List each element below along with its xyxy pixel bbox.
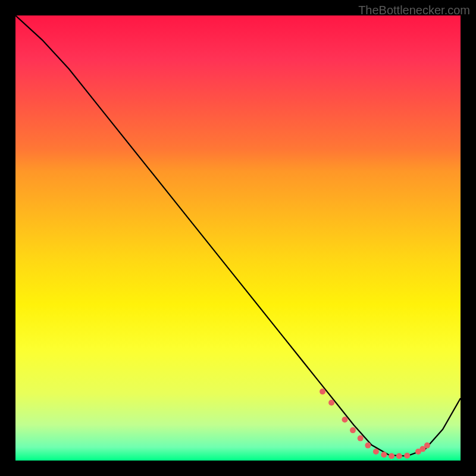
chart-svg (15, 15, 461, 461)
curve-marker (389, 453, 394, 459)
curve-marker (350, 427, 356, 433)
curve-marker (342, 416, 348, 422)
curve-marker (328, 400, 334, 406)
curve-marker (373, 449, 379, 455)
curve-marker (365, 443, 371, 449)
curve-marker (358, 436, 364, 441)
curve-marker (424, 443, 430, 449)
curve-marker (320, 389, 325, 394)
watermark-text: TheBottlenecker.com (358, 4, 470, 17)
chart-plot-area (15, 15, 461, 461)
curve-marker (404, 453, 410, 459)
bottleneck-curve (15, 15, 461, 456)
curve-markers (320, 389, 430, 459)
curve-marker (396, 453, 402, 459)
curve-marker (381, 452, 387, 458)
